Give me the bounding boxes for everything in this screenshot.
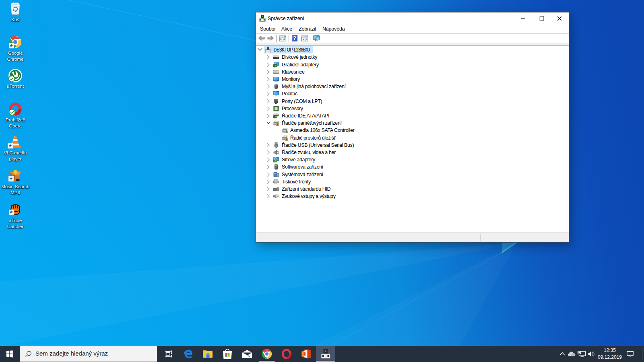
svg-text:?: ? xyxy=(293,35,296,41)
